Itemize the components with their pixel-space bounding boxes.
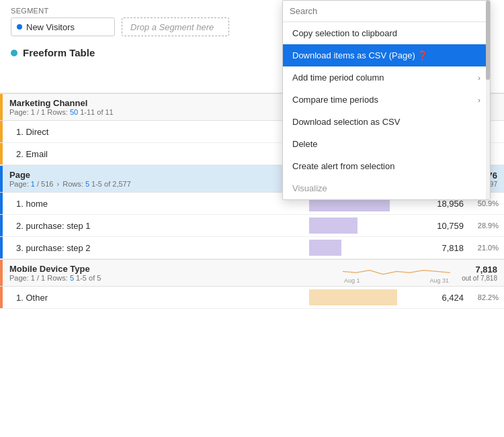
page-row-purchase2[interactable]: 3. purchase: step 2 7,818 21.0% xyxy=(0,237,504,259)
segment-value: New Visitors xyxy=(26,22,75,32)
other-chart xyxy=(309,287,417,308)
mobile-chart-col: Aug 1 Aug 31 xyxy=(343,260,450,286)
dropdown-item-visualize[interactable]: Visualize xyxy=(283,177,490,199)
mobile-total-value: 7,818 xyxy=(475,264,497,275)
page-row-purchase1[interactable]: 2. purchase: step 1 10,759 28.9% xyxy=(0,215,504,237)
dropdown-search-input[interactable] xyxy=(290,6,483,16)
dropdown-search-area[interactable] xyxy=(283,1,490,22)
purchase2-value: 7,818 xyxy=(417,240,470,256)
purchase2-pct: 21.0% xyxy=(470,240,504,255)
page-num[interactable]: 1 xyxy=(31,180,35,188)
dropdown-item-delete[interactable]: Delete xyxy=(283,133,490,155)
mobile-section: Mobile Device Type Page: 1 / 1 Rows: 5 1… xyxy=(0,259,504,309)
dropdown-item-copy[interactable]: Copy selection to clipboard xyxy=(283,22,490,44)
purchase1-label: 2. purchase: step 1 xyxy=(3,217,309,234)
dropdown-item-download-csv-page[interactable]: Download items as CSV (Page) ❓ xyxy=(283,44,490,66)
marketing-rows-count[interactable]: 50 xyxy=(70,108,78,116)
freeform-title: Freeform Table xyxy=(23,47,95,58)
page-rows-count[interactable]: 5 xyxy=(85,180,89,188)
mobile-chart-label-left: Aug 1 xyxy=(344,277,360,284)
other-pct: 82.2% xyxy=(470,290,504,305)
other-label: 1. Other xyxy=(3,289,309,306)
mobile-header-row: Mobile Device Type Page: 1 / 1 Rows: 5 1… xyxy=(0,260,504,287)
dropdown-scrollbar-thumb xyxy=(486,1,490,80)
home-label: 1. home xyxy=(3,195,309,212)
segment-dot xyxy=(17,24,22,30)
dropdown-item-download-selection[interactable]: Download selection as CSV xyxy=(283,111,490,133)
mobile-out-of: out of 7,818 xyxy=(462,275,497,282)
dropdown-item-create-alert[interactable]: Create alert from selection xyxy=(283,155,490,177)
mobile-rows-count[interactable]: 5 xyxy=(70,274,74,282)
segment-drop-placeholder: Drop a Segment here xyxy=(130,22,214,32)
purchase1-pct: 28.9% xyxy=(470,218,504,233)
mobile-chart-label-right: Aug 31 xyxy=(429,277,449,284)
compare-time-chevron-icon: › xyxy=(478,96,480,104)
mobile-value-col: 7,818 out of 7,818 xyxy=(450,260,504,286)
segment-input-box[interactable]: New Visitors xyxy=(11,17,115,36)
context-menu: Copy selection to clipboard Download ite… xyxy=(282,0,491,200)
dropdown-item-add-time-period[interactable]: Add time period column › xyxy=(283,66,490,89)
purchase2-chart xyxy=(309,237,417,258)
dropdown-item-compare-time[interactable]: Compare time periods › xyxy=(283,89,490,111)
mobile-label-col: Mobile Device Type Page: 1 / 1 Rows: 5 1… xyxy=(3,260,343,286)
purchase1-bar xyxy=(309,217,358,234)
main-content: Segment New Visitors Drop a Segment here… xyxy=(0,0,504,437)
mobile-header-text: Mobile Device Type xyxy=(9,264,336,274)
purchase1-chart xyxy=(309,215,417,236)
purchase1-value: 10,759 xyxy=(417,217,470,234)
mobile-page-info: Page: 1 / 1 Rows: 5 1-5 of 5 xyxy=(9,274,336,282)
dropdown-scrollbar[interactable] xyxy=(486,1,490,199)
freeform-dot xyxy=(11,50,17,56)
add-time-chevron-icon: › xyxy=(478,74,480,82)
purchase2-label: 3. purchase: step 2 xyxy=(3,240,309,256)
segment-drop-zone[interactable]: Drop a Segment here xyxy=(122,17,229,36)
mobile-row-other[interactable]: 1. Other 6,424 82.2% xyxy=(0,287,504,309)
other-bar xyxy=(309,289,397,305)
other-value: 6,424 xyxy=(417,289,470,306)
purchase2-bar xyxy=(309,240,341,256)
